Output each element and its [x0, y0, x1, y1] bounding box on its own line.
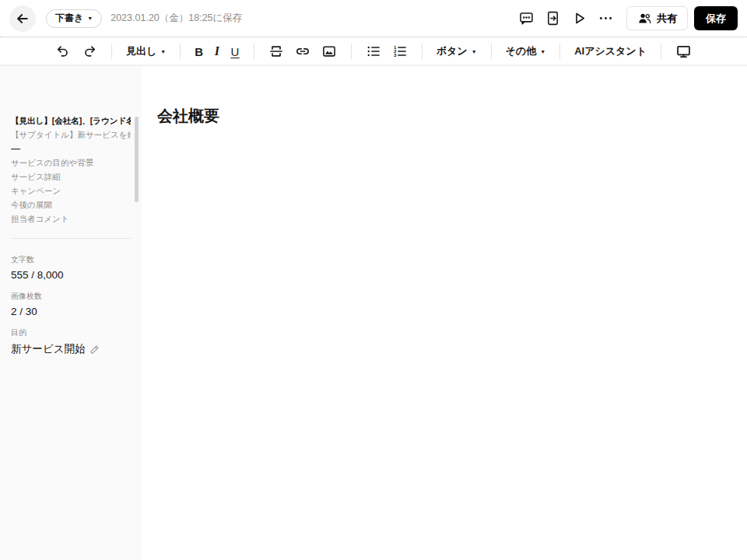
editor-canvas[interactable]: 会社概要: [142, 66, 747, 560]
link-button[interactable]: [289, 40, 316, 62]
monitor-icon: [675, 44, 692, 60]
preview-play-button[interactable]: [569, 9, 589, 29]
image-count-label: 画像枚数: [11, 291, 131, 302]
outline-sidebar: 【見出し】[会社名]、[ラウンド名]にお... 【サブタイトル】新サービスを始動…: [0, 66, 142, 560]
comment-icon: [518, 10, 535, 26]
outline-item[interactable]: 担当者コメント: [11, 212, 131, 226]
outline-item[interactable]: サービス詳細: [11, 170, 131, 184]
toolbar-divider: [661, 44, 661, 59]
play-icon: [571, 10, 587, 26]
chevron-down-icon: ▼: [540, 49, 545, 54]
italic-button[interactable]: I: [209, 40, 226, 62]
document-stats: 文字数 555 / 8,000 画像枚数 2 / 30 目的 新サービス開始: [0, 239, 142, 356]
chevron-down-icon: ▼: [472, 49, 477, 54]
sidebar-scrollbar[interactable]: [135, 117, 139, 202]
bold-button[interactable]: B: [189, 40, 209, 62]
outline-item[interactable]: 【見出し】[会社名]、[ラウンド名]にお...: [11, 114, 131, 128]
divider-block-button[interactable]: [263, 40, 289, 62]
heading-dropdown[interactable]: 見出し ▼: [121, 40, 171, 62]
toolbar-divider: [111, 44, 112, 59]
toolbar-divider: [180, 44, 181, 59]
other-dropdown-label: その他: [506, 44, 537, 58]
bold-button-label: B: [195, 45, 203, 58]
ai-assistant-button[interactable]: AIアシスタント: [569, 40, 652, 62]
button-block-dropdown-label: ボタン: [437, 44, 468, 58]
export-document-icon: [545, 10, 561, 26]
toolbar-divider: [422, 44, 423, 59]
toolbar-divider: [254, 44, 254, 59]
document-section-heading[interactable]: 会社概要: [157, 106, 747, 127]
preview-monitor-button[interactable]: [670, 40, 697, 62]
heading-dropdown-label: 見出し: [126, 44, 156, 58]
share-button-label: 共有: [657, 12, 677, 26]
status-dropdown-label: 下書き: [55, 12, 83, 25]
button-block-dropdown[interactable]: ボタン ▼: [431, 40, 482, 62]
arrow-left-icon: [15, 11, 30, 26]
more-menu-button[interactable]: [595, 9, 615, 29]
char-count-value: 555 / 8,000: [11, 269, 131, 281]
italic-button-label: I: [215, 44, 220, 58]
top-bar: 下書き ▼ 2023.01.20（金）18:25に保存: [0, 0, 747, 37]
editor-toolbar: 見出し ▼ B I U: [0, 38, 747, 66]
chevron-down-icon: ▼: [87, 16, 93, 21]
purpose-text: 新サービス開始: [11, 342, 85, 356]
outline-item[interactable]: 【サブタイトル】新サービスを始動…: [11, 128, 131, 142]
image-button[interactable]: [316, 40, 342, 62]
people-icon: [637, 11, 652, 26]
bullet-list-button[interactable]: [360, 40, 387, 62]
image-icon: [321, 44, 337, 59]
edit-pencil-icon[interactable]: [89, 345, 100, 355]
purpose-label: 目的: [11, 327, 131, 338]
undo-button[interactable]: [50, 40, 76, 62]
redo-button[interactable]: [76, 40, 103, 62]
more-icon: [598, 10, 614, 26]
save-button-label: 保存: [706, 12, 726, 26]
other-dropdown[interactable]: その他 ▼: [500, 40, 552, 62]
share-button[interactable]: 共有: [626, 6, 688, 30]
char-count-label: 文字数: [11, 254, 131, 265]
link-icon: [295, 44, 310, 59]
redo-icon: [82, 44, 97, 59]
export-document-button[interactable]: [542, 9, 563, 29]
ai-assistant-label: AIアシスタント: [574, 44, 647, 58]
outline-item[interactable]: 今後の展開: [11, 198, 131, 212]
comment-button[interactable]: [516, 9, 536, 29]
numbered-list-icon: 1 2 3: [392, 44, 408, 59]
document-outline: 【見出し】[会社名]、[ラウンド名]にお... 【サブタイトル】新サービスを始動…: [0, 66, 142, 226]
chevron-down-icon: ▼: [160, 49, 166, 54]
toolbar-divider: [559, 44, 560, 59]
purpose-value: 新サービス開始: [11, 342, 131, 356]
image-count-value: 2 / 30: [11, 306, 131, 317]
back-button[interactable]: [9, 5, 36, 32]
underline-button-label: U: [230, 45, 239, 58]
saved-timestamp: 2023.01.20（金）18:25に保存: [110, 12, 242, 25]
outline-item[interactable]: —: [11, 142, 131, 156]
outline-item[interactable]: キャンペーン: [11, 184, 131, 198]
numbered-list-button[interactable]: 1 2 3: [387, 40, 413, 62]
toolbar-divider: [351, 44, 352, 59]
toolbar-divider: [491, 44, 492, 59]
undo-icon: [55, 44, 71, 59]
divider-block-icon: [268, 44, 284, 59]
save-button[interactable]: 保存: [694, 6, 738, 30]
status-dropdown[interactable]: 下書き ▼: [46, 9, 102, 28]
svg-text:3: 3: [394, 52, 397, 58]
outline-item[interactable]: サービスの目的や背景: [11, 156, 131, 170]
underline-button[interactable]: U: [225, 40, 244, 62]
bullet-list-icon: [366, 44, 381, 59]
